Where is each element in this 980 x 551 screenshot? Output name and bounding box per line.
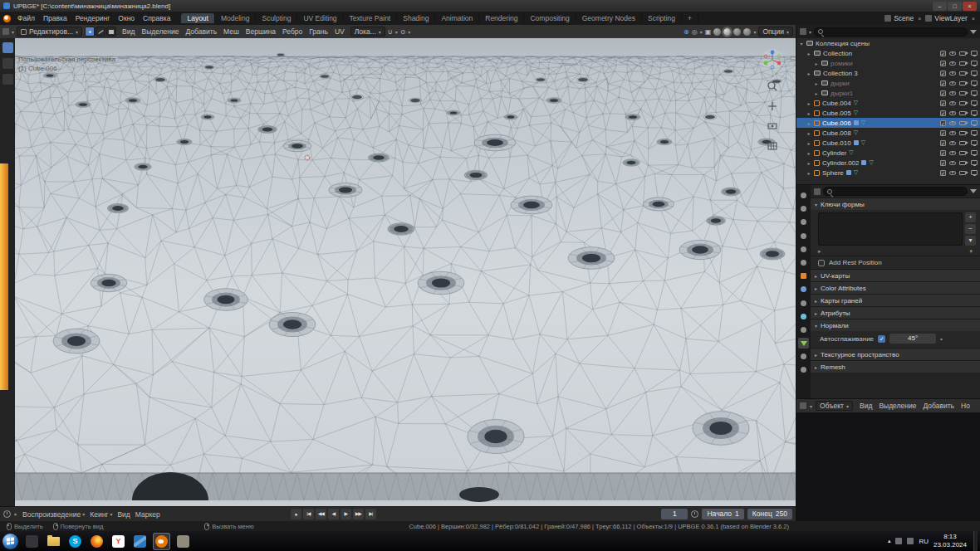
overlays-caret-icon[interactable]: ▾: [700, 29, 703, 35]
exclude-checkbox[interactable]: ✓: [940, 150, 946, 156]
outliner-row[interactable]: ▸Cylinder.002▽✓: [796, 158, 980, 168]
filter-icon[interactable]: [970, 30, 977, 34]
next-keyframe-button[interactable]: ▶▶: [353, 509, 364, 519]
disable-viewport-icon[interactable]: [971, 170, 978, 175]
hide-viewport-icon[interactable]: [949, 171, 956, 175]
add-rest-position-checkbox[interactable]: [818, 260, 825, 266]
move-up-icon[interactable]: ▾: [969, 248, 973, 254]
gn-menu-item[interactable]: Вид: [856, 402, 875, 410]
workspace-tab[interactable]: UV Editing: [297, 13, 343, 23]
play-button[interactable]: ▶: [341, 509, 351, 519]
scene-selector[interactable]: Scene: [894, 14, 914, 22]
disable-viewport-icon[interactable]: [971, 71, 978, 76]
disable-viewport-icon[interactable]: [971, 130, 978, 135]
taskbar-icon-secondary-app[interactable]: [174, 533, 192, 550]
disclosure-icon[interactable]: ▸: [814, 61, 819, 66]
disable-render-icon[interactable]: [959, 171, 966, 175]
timeline-menu-item[interactable]: Маркер: [133, 510, 163, 519]
autosmooth-angle-field[interactable]: 45°: [889, 334, 936, 344]
taskbar-icon-file-explorer[interactable]: [45, 533, 62, 550]
maximize-button[interactable]: □: [948, 2, 962, 11]
select-box-tool-button[interactable]: [2, 58, 13, 69]
disclosure-icon[interactable]: ▸: [806, 150, 811, 156]
prop-tab-object[interactable]: [798, 271, 809, 281]
exclude-checkbox[interactable]: ✓: [940, 71, 946, 76]
taskbar-icon-skype[interactable]: S: [66, 533, 84, 550]
prop-tab-constraints[interactable]: [798, 324, 809, 335]
hide-viewport-icon[interactable]: [949, 111, 956, 115]
show-desktop-button[interactable]: [973, 531, 978, 551]
tray-expand-icon[interactable]: ▴: [888, 538, 891, 544]
exclude-checkbox[interactable]: ✓: [940, 120, 946, 126]
workspace-tab[interactable]: Animation: [435, 13, 479, 23]
prop-tab-world[interactable]: [798, 257, 809, 268]
expand-icon[interactable]: ▸: [818, 248, 821, 255]
timeline-menu-item[interactable]: Кеинг▾: [87, 510, 115, 519]
disable-viewport-icon[interactable]: [971, 150, 978, 155]
vertex-select-button[interactable]: [85, 27, 95, 37]
viewport-menu-item[interactable]: Грань: [306, 27, 331, 36]
gn-menu-item[interactable]: Но: [958, 402, 973, 410]
face-select-button[interactable]: [106, 27, 116, 37]
viewlayer-selector[interactable]: ViewLayer: [934, 14, 968, 22]
hide-viewport-icon[interactable]: [949, 51, 956, 56]
hide-viewport-icon[interactable]: [949, 161, 956, 165]
auto-keying-button[interactable]: ●: [291, 509, 301, 519]
minimize-button[interactable]: –: [933, 2, 947, 11]
viewlayer-remove-icon[interactable]: ×: [970, 16, 977, 22]
timeline-editor-icon[interactable]: [3, 510, 11, 518]
proportional-caret-icon[interactable]: ▾: [408, 29, 410, 35]
hide-viewport-icon[interactable]: [949, 91, 956, 95]
taskbar-icon-yandex-browser[interactable]: Y: [110, 533, 127, 550]
prop-tab-tool[interactable]: [798, 190, 809, 201]
hide-viewport-icon[interactable]: [949, 61, 956, 66]
transform-orientation-dropdown[interactable]: Лока... ▾: [350, 27, 385, 37]
add-rest-position-row[interactable]: Add Rest Position: [811, 256, 980, 269]
outliner-row-scene-collection[interactable]: ▾ Коллекция сцены: [796, 38, 980, 48]
taskbar-icon-blender[interactable]: [153, 533, 170, 550]
prop-tab-render[interactable]: [798, 203, 809, 214]
menu-item[interactable]: Рендеринг: [71, 14, 115, 22]
workspace-tab[interactable]: Sculpting: [256, 13, 297, 23]
disable-viewport-icon[interactable]: [971, 80, 978, 85]
disclosure-icon[interactable]: ▾: [799, 41, 804, 46]
viewport-menu-item[interactable]: Вид: [119, 27, 138, 36]
exclude-checkbox[interactable]: ✓: [940, 100, 946, 106]
disable-viewport-icon[interactable]: [971, 120, 978, 125]
workspace-tab[interactable]: Geometry Nodes: [576, 13, 642, 23]
timeline-menu-item[interactable]: Вид: [115, 510, 132, 519]
section-header-4[interactable]: ▸Карты граней: [811, 294, 980, 306]
outliner-row[interactable]: ▸ромики✓: [796, 58, 980, 68]
prop-tab-scene[interactable]: [798, 244, 809, 255]
animate-property-icon[interactable]: •: [940, 335, 943, 343]
gn-editor-icon[interactable]: [800, 402, 806, 409]
prop-tab-output[interactable]: [798, 217, 809, 227]
workspace-tab[interactable]: Scripting: [642, 13, 682, 23]
cursor-tool-button[interactable]: [2, 74, 13, 85]
outliner-row[interactable]: ▸Collection 3✓: [796, 68, 980, 78]
section-header-6[interactable]: ▾Нормали: [811, 319, 980, 331]
taskbar-icon-firefox[interactable]: [88, 533, 105, 550]
hide-viewport-icon[interactable]: [949, 131, 956, 135]
disable-render-icon[interactable]: [959, 141, 966, 145]
exclude-checkbox[interactable]: ✓: [940, 130, 946, 136]
overlays-toggle-icon[interactable]: ◎: [692, 28, 698, 36]
section-header-2[interactable]: ▸UV-карты: [811, 269, 980, 281]
disable-viewport-icon[interactable]: [971, 51, 978, 56]
disclosure-icon[interactable]: ▸: [814, 90, 819, 96]
workspace-tab[interactable]: Shading: [397, 13, 435, 23]
properties-filter-icon[interactable]: [970, 189, 977, 193]
prop-tab-particles[interactable]: [798, 298, 809, 309]
add-shape-key-button[interactable]: +: [965, 212, 976, 222]
frame-start-field[interactable]: Начало 1: [702, 509, 743, 519]
edge-select-button[interactable]: [96, 27, 105, 37]
prop-tab-object-data[interactable]: [798, 338, 809, 349]
viewport-menu-item[interactable]: Ребро: [279, 27, 306, 36]
viewport-menu-item[interactable]: UV: [331, 27, 348, 36]
disable-render-icon[interactable]: [959, 101, 966, 105]
hide-viewport-icon[interactable]: [949, 141, 956, 145]
workspace-tab[interactable]: Rendering: [479, 13, 524, 23]
timeline-menu-item[interactable]: Воспроизведение▾: [20, 510, 87, 519]
disable-viewport-icon[interactable]: [971, 100, 978, 105]
3d-viewport[interactable]: Пользовательская перспектива (1) Cube.00…: [15, 38, 796, 506]
